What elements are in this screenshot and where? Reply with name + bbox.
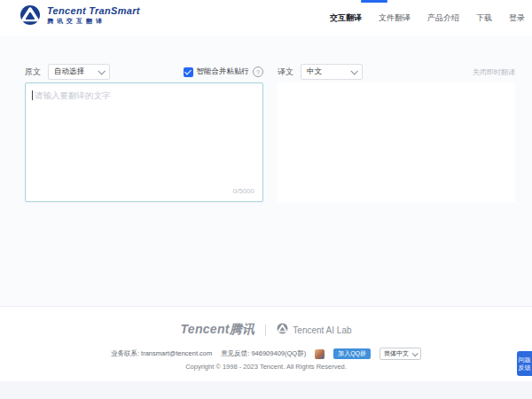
- chevron-down-icon: [412, 350, 419, 356]
- copyright-text: Copyright © 1998 - 2023 Tencent. All Rig…: [0, 363, 532, 371]
- footer-logos: Tencent腾讯 Tencent AI Lab: [0, 322, 532, 338]
- feedback-button-line2: 反馈: [519, 364, 531, 372]
- site-language-select[interactable]: 简体中文: [379, 348, 421, 360]
- merge-paste-label: 智能合并粘贴行: [197, 66, 250, 77]
- target-language-value: 中文: [307, 66, 322, 77]
- qq-group-avatar: [315, 349, 325, 359]
- ai-lab-label: Tencent AI Lab: [293, 325, 351, 335]
- brand-title: Tencent TranSmart: [47, 5, 140, 16]
- merge-paste-option: 智能合并粘贴行 ?: [184, 66, 264, 77]
- source-controls-row: 原文 自动选择 智能合并粘贴行 ?: [25, 64, 263, 80]
- source-label: 原文: [25, 66, 41, 78]
- tencent-logo: Tencent腾讯: [180, 322, 254, 338]
- transmart-logo-icon: [20, 4, 41, 26]
- chevron-down-icon: [98, 67, 105, 74]
- feedback-contact: 意见反馈: 946909409(QQ群): [221, 349, 306, 358]
- char-counter: 0/5000: [233, 187, 254, 195]
- footer: Tencent腾讯 Tencent AI Lab 业务联系: transmart…: [0, 306, 532, 381]
- source-language-select[interactable]: 自动选择: [48, 64, 110, 80]
- top-nav: 交互翻译 文件翻译 产品介绍 下载 登录: [330, 0, 525, 35]
- chevron-down-icon: [350, 67, 357, 74]
- translator-main: 原文 自动选择 智能合并粘贴行 ? 译文 中文 关闭即时翻译: [0, 35, 532, 306]
- nav-item-file-translate[interactable]: 文件翻译: [379, 12, 411, 24]
- issue-feedback-floating-button[interactable]: 问题 反馈: [517, 351, 532, 376]
- logo-divider: [265, 325, 266, 336]
- source-text-input[interactable]: 请输入要翻译的文字 0/5000: [25, 82, 263, 202]
- merge-paste-checkbox[interactable]: [184, 67, 193, 77]
- input-placeholder: 请输入要翻译的文字: [35, 90, 111, 102]
- transmart-page: Tencent TranSmart 腾讯交互翻译 交互翻译 文件翻译 产品介绍 …: [0, 0, 532, 399]
- help-icon[interactable]: ?: [253, 66, 263, 77]
- site-language-value: 简体中文: [384, 349, 409, 358]
- translation-output-panel: [278, 82, 515, 202]
- feedback-button-line1: 问题: [519, 356, 531, 364]
- realtime-translate-toggle[interactable]: 关闭即时翻译: [473, 67, 515, 77]
- source-language-value: 自动选择: [54, 66, 84, 77]
- nav-item-interactive-translate[interactable]: 交互翻译: [330, 12, 362, 24]
- footer-contact-row: 业务联系: transmart@tencent.com 意见反馈: 946909…: [0, 348, 532, 360]
- page-bottom-strip: [0, 381, 532, 399]
- nav-item-login[interactable]: 登录: [509, 12, 525, 24]
- header: Tencent TranSmart 腾讯交互翻译 交互翻译 文件翻译 产品介绍 …: [0, 0, 532, 35]
- business-contact: 业务联系: transmart@tencent.com: [111, 349, 212, 358]
- nav-item-product-intro[interactable]: 产品介绍: [427, 12, 459, 24]
- ai-lab-icon: [277, 322, 288, 338]
- target-controls-row: 译文 中文 关闭即时翻译: [278, 64, 515, 80]
- brand-logo[interactable]: Tencent TranSmart 腾讯交互翻译: [20, 4, 140, 26]
- text-cursor: [32, 90, 33, 100]
- target-language-select[interactable]: 中文: [301, 64, 363, 80]
- tencent-ai-lab-logo: Tencent AI Lab: [277, 322, 351, 338]
- join-qq-group-button[interactable]: 加入QQ群: [333, 348, 371, 359]
- brand-subtitle: 腾讯交互翻译: [47, 17, 140, 26]
- target-label: 译文: [278, 66, 293, 78]
- nav-item-download[interactable]: 下载: [476, 12, 492, 24]
